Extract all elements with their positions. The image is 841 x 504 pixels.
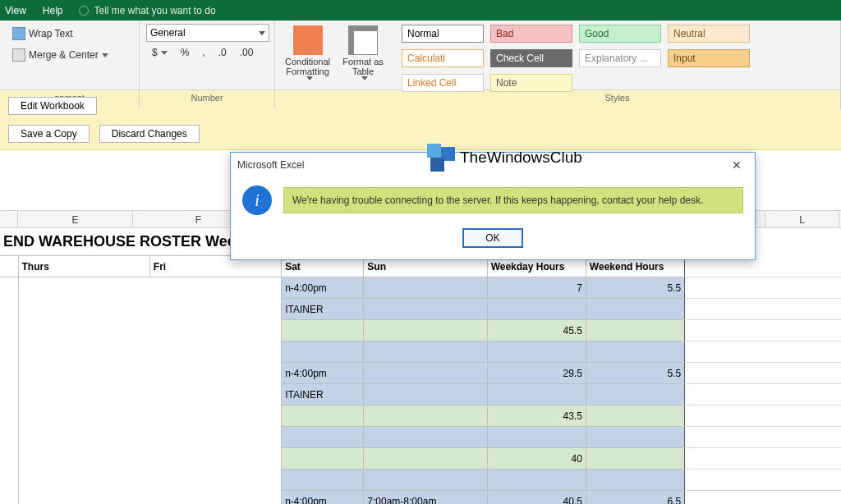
lightbulb-icon — [79, 6, 89, 16]
menu-help[interactable]: Help — [43, 5, 63, 16]
comma-format-button[interactable]: , — [196, 44, 210, 62]
table-row[interactable]: n-4:00pm29.55.5 — [0, 363, 841, 384]
ribbon-group-alignment: Wrap Text Merge & Center gnment — [0, 21, 140, 109]
cell-style-tile[interactable]: Normal — [402, 25, 484, 43]
cell-style-tile[interactable]: Check Cell — [490, 49, 572, 67]
ribbon-group-number: General $ % , .0 .00 Number — [140, 21, 275, 109]
tell-me-search[interactable]: Tell me what you want to do — [94, 5, 215, 16]
decrease-decimal-button[interactable]: .00 — [234, 44, 260, 62]
table-row[interactable] — [0, 341, 841, 363]
cell-style-tile[interactable]: Linked Cell — [402, 74, 484, 92]
conditional-formatting-icon — [293, 25, 323, 55]
dollar-label: $ — [152, 47, 158, 58]
table-row[interactable]: n-4:00pm7:00am-8:00am40.56.5 — [0, 491, 841, 505]
table-row[interactable]: 43.5 — [0, 405, 841, 427]
watermark-text: TheWindowsClub — [460, 149, 582, 167]
percent-format-button[interactable]: % — [175, 44, 195, 62]
table-row[interactable]: n-4:00pm75.5 — [0, 277, 841, 299]
merge-label: Merge & Center — [29, 49, 99, 61]
wrap-text-icon — [12, 27, 25, 40]
windows-logo-icon — [427, 144, 455, 172]
cell-style-tile[interactable]: Explanatory ... — [579, 49, 661, 67]
data-grid[interactable]: Thurs Fri Sat Sun Weekday Hours Weekend … — [0, 255, 841, 504]
discard-changes-button[interactable]: Discard Changes — [99, 125, 200, 143]
cell-style-tile[interactable]: Input — [668, 49, 750, 67]
table-row[interactable]: 45.5 — [0, 320, 841, 341]
accounting-format-button[interactable]: $ — [146, 44, 173, 62]
cell-style-tile[interactable]: Calculati — [402, 49, 484, 67]
wrap-text-button[interactable]: Wrap Text — [7, 24, 114, 44]
ribbon-group-styles: NormalBadGoodNeutralCalculatiCheck CellE… — [394, 21, 841, 109]
col-header[interactable]: L — [765, 211, 839, 227]
number-format-combo[interactable]: General — [146, 24, 269, 42]
chevron-down-icon — [102, 53, 108, 57]
ribbon: Wrap Text Merge & Center gnment General … — [0, 21, 841, 90]
chevron-down-icon — [306, 76, 313, 80]
merge-icon — [12, 48, 25, 62]
number-format-value: General — [150, 27, 186, 39]
table-row[interactable]: ITAINER — [0, 299, 841, 320]
save-a-copy-button[interactable]: Save a Copy — [8, 125, 90, 143]
format-as-table-button[interactable]: Format as Table — [338, 24, 388, 82]
protected-view-bar: Edit Workbook Save a Copy Discard Change… — [0, 90, 841, 150]
watermark: TheWindowsClub — [427, 144, 582, 172]
table-row[interactable] — [0, 427, 841, 448]
menu-view[interactable]: View — [5, 5, 26, 16]
dec-inc-label: .0 — [218, 47, 227, 58]
cell-style-tile[interactable]: Good — [579, 25, 661, 43]
wrap-text-label: Wrap Text — [29, 28, 73, 39]
dec-dec-label: .00 — [240, 47, 254, 58]
ok-button[interactable]: OK — [462, 228, 522, 248]
table-icon — [348, 25, 378, 55]
table-row[interactable] — [0, 470, 841, 491]
cell-style-tile[interactable]: Bad — [490, 25, 572, 43]
chevron-down-icon — [361, 76, 368, 80]
menu-bar: View Help Tell me what you want to do — [0, 0, 841, 21]
increase-decimal-button[interactable]: .0 — [213, 44, 232, 62]
table-row[interactable]: 40 — [0, 448, 841, 470]
conditional-formatting-label: Conditional Formatting — [285, 57, 330, 76]
cell-style-tile[interactable]: Neutral — [668, 25, 750, 43]
ribbon-group-formats: Conditional Formatting Format as Table — [275, 21, 394, 109]
percent-label: % — [181, 47, 190, 58]
table-row[interactable]: ITAINER — [0, 384, 841, 405]
format-as-table-label: Format as Table — [342, 57, 384, 76]
close-icon[interactable]: ✕ — [725, 156, 748, 174]
merge-center-button[interactable]: Merge & Center — [7, 45, 114, 65]
chevron-down-icon — [161, 51, 168, 55]
chevron-down-icon — [259, 31, 265, 35]
info-icon: i — [242, 186, 272, 215]
conditional-formatting-button[interactable]: Conditional Formatting — [282, 24, 333, 82]
col-thurs: Thurs — [18, 256, 149, 277]
col-header[interactable]: E — [18, 211, 133, 227]
cell-style-tile[interactable]: Note — [490, 74, 572, 92]
dialog-title-text: Microsoft Excel — [237, 159, 304, 171]
dialog-message: We're having trouble connecting to the s… — [283, 187, 743, 213]
edit-workbook-button[interactable]: Edit Workbook — [8, 97, 97, 115]
comma-label: , — [202, 47, 205, 58]
